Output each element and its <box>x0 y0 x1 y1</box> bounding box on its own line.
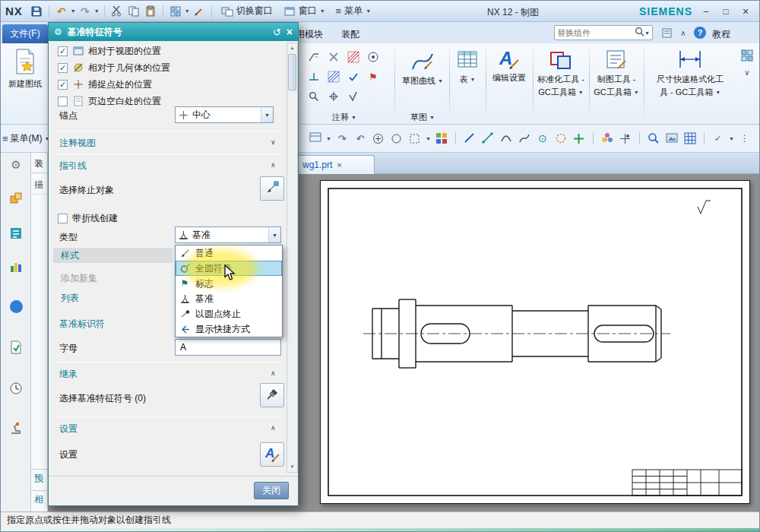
undo-button[interactable]: ↶ <box>54 4 69 19</box>
dialog-titlebar[interactable]: ⚙ 基准特征符号 ↺ × <box>49 23 298 41</box>
switch-window-button[interactable]: 切换窗口 <box>217 3 277 20</box>
checkbox-row-snap-point[interactable]: ✓ 捕捉点处的位置 <box>58 78 152 91</box>
menu-item-terminate-with-dot[interactable]: 以圆点终止 <box>176 306 282 321</box>
minimize-ribbon-icon[interactable]: ∧ <box>676 25 691 40</box>
spline-tool-icon[interactable] <box>517 131 532 146</box>
tab-file[interactable]: 文件(F) <box>2 24 48 43</box>
section-inherit[interactable]: 继承 <box>59 368 78 381</box>
more-options-icon[interactable]: ⋮ <box>737 131 752 146</box>
tab-close-icon[interactable]: × <box>337 160 341 169</box>
hatch-red-icon[interactable] <box>346 49 361 65</box>
menu-item-show-shortcuts[interactable]: 显示快捷方式 <box>176 321 282 337</box>
close-window-button[interactable]: × <box>736 4 755 18</box>
dialog-close-button[interactable]: × <box>287 26 293 38</box>
scroll-up-arrow[interactable]: ▲ <box>288 43 296 52</box>
menu-m-button[interactable]: ≡ 菜单(M) ▼ <box>2 130 48 147</box>
flag-note-icon[interactable]: ⚑ <box>366 69 381 84</box>
delete-annotation-icon[interactable] <box>326 49 341 65</box>
ellipse-tool-icon[interactable] <box>553 131 568 146</box>
leader-type-dropdown-menu[interactable]: 普通 全圆符号 ⚑ 标志 基准 以圆点终止 显示快捷方式 <box>175 245 283 337</box>
view-style-arrow[interactable]: ▼ <box>326 136 331 141</box>
constraint-navigator-icon[interactable] <box>8 226 24 241</box>
cut-button[interactable] <box>109 4 125 19</box>
part-navigator-icon[interactable] <box>8 259 24 274</box>
checkbox-unchecked[interactable] <box>58 97 68 106</box>
add-symbol-icon[interactable] <box>371 131 386 146</box>
checkbox-checked[interactable]: ✓ <box>58 80 68 90</box>
line-tool-icon[interactable] <box>462 131 477 146</box>
select-terminate-button[interactable] <box>260 176 284 201</box>
point-tool-icon[interactable] <box>572 131 587 146</box>
copy-button[interactable] <box>126 4 141 19</box>
reuse-library-icon[interactable] <box>8 340 24 355</box>
save-button[interactable] <box>29 4 44 19</box>
checkbox-unchecked[interactable] <box>58 214 68 223</box>
section-settings[interactable]: 设置 <box>59 423 78 435</box>
help-icon[interactable]: ? <box>694 27 706 39</box>
scroll-thumb[interactable] <box>288 54 296 90</box>
crosshatch-target-icon[interactable] <box>326 89 341 104</box>
leader-flip-icon[interactable]: ↷ <box>334 131 350 146</box>
search-dropdown-arrow[interactable]: ▼ <box>644 30 650 36</box>
dialog-close-footer-button[interactable]: 关闭 <box>254 482 289 499</box>
new-sheet-button[interactable]: 新建图纸 <box>4 48 46 90</box>
circle-tool-icon[interactable] <box>389 131 404 146</box>
checkbox-row-geometry-position[interactable]: ✓ 相对于几何体的位置 <box>58 61 170 74</box>
edit-settings-button[interactable]: A 编辑设置 <box>489 49 530 84</box>
dependencies-section-label[interactable]: 相 <box>34 493 48 506</box>
part-tab-active[interactable]: wg1.prt × <box>290 155 375 174</box>
drawing-sheet[interactable] <box>320 180 750 504</box>
machining-wizard-icon[interactable] <box>8 420 24 435</box>
checkbox-row-margin-position[interactable]: 页边空白处的位置 <box>58 94 161 108</box>
bounds-icon[interactable] <box>407 131 423 146</box>
menu-item-full-circle-symbol[interactable]: 全圆符号 <box>176 261 282 276</box>
menu-item-datum[interactable]: 基准 <box>176 291 282 306</box>
table-button[interactable]: 表▼ <box>452 49 483 85</box>
sketch-curves-button[interactable]: 草图曲线▼ <box>399 49 446 87</box>
view-layout-dropdown-arrow[interactable]: ▼ <box>185 8 190 14</box>
ribbon-collapse-icon[interactable]: ∨ <box>739 65 755 80</box>
anchor-dropdown-arrow[interactable]: ▼ <box>261 107 273 122</box>
window-button[interactable]: 窗口 ▼ <box>279 3 330 20</box>
gc-dimension-tools-button[interactable]: 尺寸快速格式化工 具 - GC工具箱▼ <box>647 48 733 98</box>
menu-button[interactable]: ≡ 菜单 ▼ <box>331 3 376 20</box>
pattern-icon[interactable] <box>434 131 449 146</box>
ribbon-overflow-icon[interactable] <box>739 48 755 63</box>
view-style-icon[interactable] <box>308 131 323 146</box>
pen-button[interactable] <box>192 4 207 19</box>
checkbox-checked[interactable]: ✓ <box>58 46 68 56</box>
undo-dropdown-arrow[interactable]: ▼ <box>71 8 76 14</box>
section-annotation-view-chevron[interactable]: ∨ <box>271 138 276 146</box>
roles-gear-icon[interactable]: ⚙ <box>8 157 24 173</box>
preview-section-label[interactable]: 预 <box>34 472 48 485</box>
flower-pattern-icon[interactable] <box>600 131 615 146</box>
arc-tool-icon[interactable] <box>499 131 514 146</box>
view-image-icon[interactable] <box>664 131 679 146</box>
menu-item-flag[interactable]: ⚑ 标志 <box>176 276 282 291</box>
section-settings-chevron[interactable]: ∧ <box>271 424 276 432</box>
section-annotation-view[interactable]: 注释视图 <box>59 137 96 150</box>
hatch-blue-icon[interactable] <box>326 69 341 84</box>
paste-button[interactable] <box>143 4 158 19</box>
check-symbol-icon[interactable] <box>346 69 361 84</box>
tab-assembly[interactable]: 装配 <box>341 28 359 41</box>
type-dropdown-arrow[interactable]: ▼ <box>268 227 280 242</box>
add-new-set-label[interactable]: 添加新集 <box>61 272 97 285</box>
clipboard-icon[interactable] <box>659 25 674 40</box>
dialog-reset-button[interactable]: ↺ <box>273 27 281 38</box>
circle-center-icon[interactable]: ⊙ <box>535 131 550 146</box>
command-search-box[interactable]: ▼ <box>554 25 653 40</box>
search-input[interactable] <box>557 28 635 37</box>
maximize-button[interactable]: □ <box>717 4 735 18</box>
datum-target-icon[interactable] <box>366 49 381 65</box>
inherit-pick-button[interactable] <box>260 383 284 407</box>
polyline-create-checkbox-row[interactable]: 带折线创建 <box>58 211 118 225</box>
checkbox-row-view-position[interactable]: ✓ 相对于视图的位置 <box>58 44 161 58</box>
settings-button[interactable]: A <box>260 442 284 467</box>
scroll-down-arrow[interactable]: ▼ <box>288 462 296 471</box>
section-leader[interactable]: 指引线 <box>59 160 87 173</box>
grid-display-icon[interactable] <box>682 131 698 146</box>
tab-application-module[interactable]: 用模块 <box>296 28 323 41</box>
list-label[interactable]: 列表 <box>61 292 79 305</box>
info-icon[interactable] <box>8 299 24 314</box>
